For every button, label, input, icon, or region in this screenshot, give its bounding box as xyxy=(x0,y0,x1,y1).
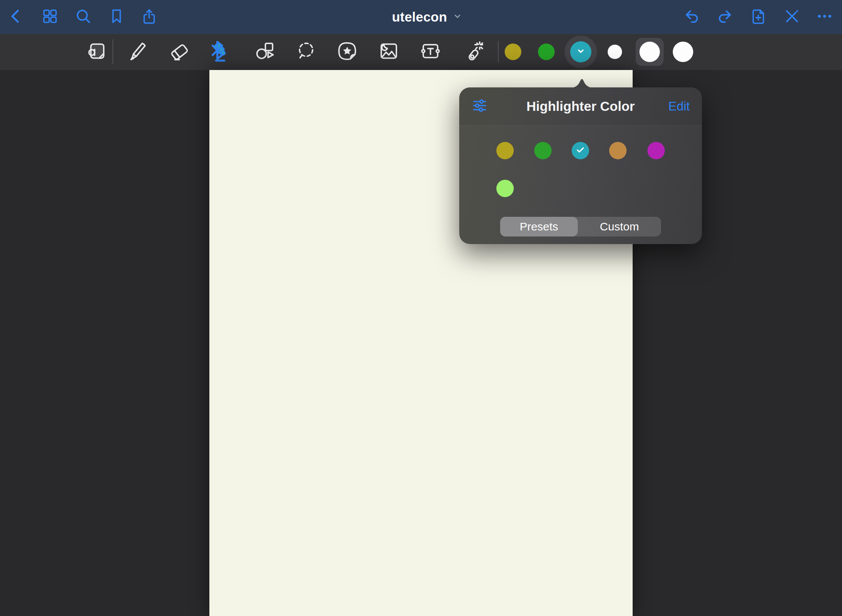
tool-text[interactable] xyxy=(415,36,446,68)
add-page-icon xyxy=(750,8,767,26)
redo-icon xyxy=(716,8,733,26)
stroke-preset-selected[interactable] xyxy=(636,38,664,66)
tool-highlighter[interactable] xyxy=(205,36,235,68)
swatch-green[interactable] xyxy=(534,142,552,159)
popover-title: Highlighter Color xyxy=(459,99,702,114)
undo-icon xyxy=(683,8,701,26)
ellipsis-icon xyxy=(816,8,833,26)
highlighter-color-popover: Highlighter Color Edit Presets Custom xyxy=(459,87,702,244)
redo-button[interactable] xyxy=(713,3,737,31)
readonly-mode-button[interactable] xyxy=(780,3,804,31)
page-thumbnails-button[interactable] xyxy=(38,3,62,31)
bookmark-icon xyxy=(108,8,125,26)
toolbar-divider xyxy=(112,39,113,64)
share-icon xyxy=(140,8,158,26)
share-button[interactable] xyxy=(137,3,161,31)
text-icon xyxy=(419,40,442,64)
tab-presets[interactable]: Presets xyxy=(500,217,578,236)
search-icon xyxy=(75,8,92,26)
search-button[interactable] xyxy=(71,3,95,31)
eraser-icon xyxy=(168,40,191,64)
image-icon xyxy=(377,40,400,64)
color-preset-green[interactable] xyxy=(538,44,555,60)
sliders-icon xyxy=(471,97,488,115)
sticker-star-icon xyxy=(336,40,359,64)
edit-button[interactable]: Edit xyxy=(668,87,690,125)
toolbar-divider-colors xyxy=(498,41,499,63)
swatch-teal-selected[interactable] xyxy=(572,142,589,159)
tool-elements-sticker[interactable] xyxy=(332,36,362,68)
title-chevron-down-icon xyxy=(452,11,462,23)
bookmark-button[interactable] xyxy=(104,3,129,31)
swatch-light-green[interactable] xyxy=(496,180,514,197)
top-navigation-bar: utelecon xyxy=(0,0,842,34)
popover-header: Highlighter Color Edit xyxy=(459,87,702,126)
bluetooth-icon xyxy=(206,39,229,62)
selected-color-dot xyxy=(570,41,591,62)
swatch-olive[interactable] xyxy=(496,142,514,159)
highlighter-icon xyxy=(209,40,232,63)
checkmark-icon xyxy=(575,145,585,156)
color-preset-white[interactable] xyxy=(608,45,622,59)
add-page-button[interactable] xyxy=(747,3,771,31)
swatch-tan[interactable] xyxy=(609,142,627,159)
pen-icon xyxy=(127,40,150,64)
chevron-down-icon xyxy=(575,45,586,58)
shapes-icon xyxy=(253,40,276,64)
tool-image[interactable] xyxy=(374,36,404,68)
document-title-menu[interactable]: utelecon xyxy=(392,0,462,34)
back-button[interactable] xyxy=(4,3,28,31)
thickness-settings-button[interactable] xyxy=(471,97,489,115)
tool-laser-pointer[interactable] xyxy=(458,36,488,68)
tool-pen[interactable] xyxy=(123,36,153,68)
tool-eraser[interactable] xyxy=(164,36,195,68)
lasso-icon xyxy=(295,40,317,64)
popover-arrow xyxy=(567,75,597,88)
undo-button[interactable] xyxy=(680,3,704,31)
stroke-preset-2[interactable] xyxy=(673,42,693,62)
presets-custom-segmented-control: Presets Custom xyxy=(500,217,661,236)
back-chevron-icon xyxy=(7,8,25,26)
tab-custom[interactable]: Custom xyxy=(578,217,661,236)
zoom-window-icon xyxy=(85,40,108,64)
color-preset-olive[interactable] xyxy=(505,44,521,60)
app-window: utelecon xyxy=(0,0,842,616)
tool-zoom-window[interactable] xyxy=(81,36,112,68)
more-button[interactable] xyxy=(812,3,837,31)
swatch-magenta[interactable] xyxy=(647,142,665,159)
document-title: utelecon xyxy=(392,9,447,25)
crossed-pen-icon xyxy=(783,8,801,26)
thumbnails-grid-icon xyxy=(41,8,59,26)
tool-shapes[interactable] xyxy=(249,36,280,68)
stroke-dot xyxy=(639,42,660,62)
color-preset-teal-selected[interactable] xyxy=(564,36,597,68)
laser-pointer-icon xyxy=(462,40,485,64)
tool-lasso[interactable] xyxy=(291,36,321,68)
